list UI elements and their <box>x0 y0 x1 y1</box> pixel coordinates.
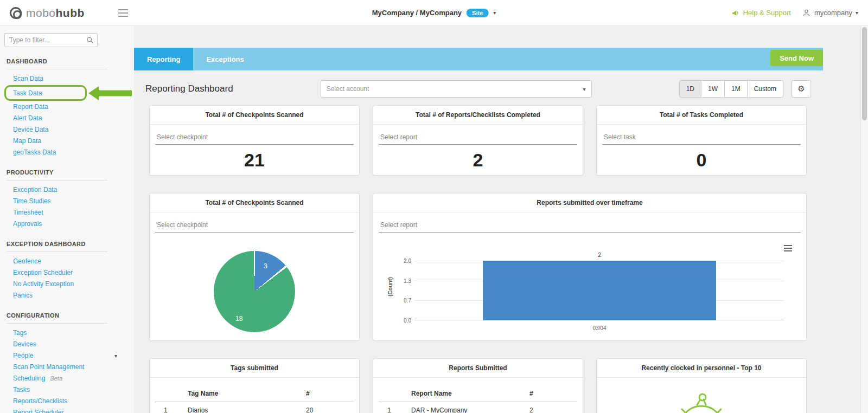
checkpoint-select-input[interactable] <box>155 129 354 145</box>
bar-chart-card: Reports submitted over timeframe (Count)… <box>373 193 807 341</box>
column-header-tag-name: Tag Name <box>186 385 304 402</box>
sidebar-item-alert-data[interactable]: Alert Data <box>0 113 134 124</box>
logo-text: mobohubb <box>26 7 85 20</box>
stat-card-reports: Total # of Reports/Checklists Completed … <box>373 105 583 176</box>
pie-slice-label: 18 <box>235 315 242 322</box>
card-title: Total # of Reports/Checklists Completed <box>373 106 583 125</box>
mobohubb-logo-icon <box>10 7 22 19</box>
sidebar-item-scheduling[interactable]: SchedulingBeta <box>0 373 134 384</box>
task-select-input[interactable] <box>602 129 801 145</box>
sidebar-item-scheduling-label: Scheduling <box>13 375 45 382</box>
scrollbar-thumb[interactable] <box>862 27 867 120</box>
user-label: mycompany <box>814 9 852 17</box>
sidebar-item-time-studies[interactable]: Time Studies <box>0 196 134 207</box>
cell-report-name: DAR - MyCompany <box>409 402 527 413</box>
card-title: Reports Submitted <box>373 359 583 378</box>
clock-illustration <box>669 390 734 413</box>
sidebar-item-device-data[interactable]: Device Data <box>0 124 134 135</box>
chevron-down-icon: ▾ <box>856 10 858 16</box>
cell-index: 1 <box>379 402 409 413</box>
sidebar-item-exception-data[interactable]: Exception Data <box>0 184 134 196</box>
tags-table: Tag Name # 1 Diarios 20 <box>155 385 354 413</box>
cell-count: 2 <box>527 402 577 413</box>
account-select[interactable]: Select account ▾ <box>321 80 592 98</box>
sidebar-item-scan-point-management[interactable]: Scan Point Management <box>0 362 134 373</box>
sidebar-item-reports-checklists[interactable]: Reports/Checklists <box>0 396 134 407</box>
sidebar-item-tasks[interactable]: Tasks <box>0 384 134 396</box>
sidebar-item-geotasks-data[interactable]: geoTasks Data <box>0 147 134 158</box>
bar-series-point[interactable]: 2 <box>483 261 716 320</box>
annotation-arrow-icon <box>88 86 132 100</box>
chevron-down-icon[interactable]: ▾ <box>114 352 117 359</box>
report-select-input[interactable] <box>379 129 577 145</box>
logo: mobohubb <box>10 7 106 20</box>
table-row[interactable]: 1 Diarios 20 <box>155 402 354 413</box>
sidebar-item-panics[interactable]: Panics <box>0 290 134 301</box>
settings-button[interactable]: ⚙ <box>792 80 811 98</box>
beta-badge: Beta <box>50 375 62 382</box>
sidebar-item-report-data[interactable]: Report Data <box>0 101 134 113</box>
y-tick-label: 0.0 <box>390 318 411 324</box>
x-tick-label: 03/04 <box>592 325 606 331</box>
y-tick-label: 1.3 <box>390 278 411 284</box>
sidebar-item-people[interactable]: People▾ <box>0 350 134 362</box>
pie-chart-card: Total # of Checkpoints Scanned 3 18 <box>149 193 360 341</box>
cell-tag-name: Diarios <box>186 402 304 413</box>
sidebar-filter <box>4 33 98 47</box>
sidebar-item-no-activity-exception[interactable]: No Activity Exception <box>0 279 134 290</box>
chart-cards-row: Total # of Checkpoints Scanned 3 18 Repo… <box>149 193 807 341</box>
chevron-down-icon[interactable]: ▾ <box>493 10 496 16</box>
user-menu[interactable]: mycompany ▾ <box>802 8 858 17</box>
page-scrollbar[interactable] <box>860 26 868 413</box>
report-select-input[interactable] <box>379 217 801 233</box>
range-1d-button[interactable]: 1D <box>679 80 701 98</box>
sidebar-section-productivity: PRODUCTIVITY <box>7 169 107 180</box>
sidebar-item-devices[interactable]: Devices <box>0 339 134 350</box>
range-1w-button[interactable]: 1W <box>701 80 725 98</box>
help-support-link[interactable]: Help & Support <box>731 9 791 17</box>
sidebar-item-scan-data[interactable]: Scan Data <box>0 73 134 85</box>
column-header-count: # <box>304 385 354 402</box>
range-buttons: 1D 1W 1M Custom <box>679 80 783 98</box>
logo-text-hubb: hubb <box>56 7 85 19</box>
chart-context-menu-icon[interactable] <box>784 248 792 249</box>
sidebar-item-people-label: People <box>13 352 33 359</box>
column-header-index <box>379 385 409 402</box>
y-tick-label: 2.0 <box>390 258 411 264</box>
help-support-label: Help & Support <box>743 9 791 17</box>
gear-icon: ⚙ <box>797 84 805 93</box>
checkpoint-select-input[interactable] <box>155 217 354 233</box>
main-content: Send Now Reporting Exceptions Reporting … <box>134 26 860 413</box>
sidebar-item-report-scheduler[interactable]: Report Scheduler <box>0 407 134 413</box>
sidebar-item-map-data[interactable]: Map Data <box>0 135 134 147</box>
sidebar-item-geofence[interactable]: Geofence <box>0 256 134 267</box>
stat-cards-row: Total # of Checkpoints Scanned 21 Total … <box>149 105 807 176</box>
header-right: Help & Support mycompany ▾ <box>731 8 858 17</box>
send-now-button[interactable]: Send Now <box>770 50 823 66</box>
sidebar-item-tags[interactable]: Tags <box>0 327 134 339</box>
range-1m-button[interactable]: 1M <box>725 80 748 98</box>
filter-input[interactable] <box>4 33 98 47</box>
card-title: Total # of Checkpoints Scanned <box>150 193 359 212</box>
company-selector[interactable]: MyCompany / MyCompany Site ▾ <box>372 9 496 17</box>
menu-toggle-icon[interactable] <box>118 12 128 14</box>
card-title: Tags submitted <box>150 359 359 378</box>
checkpoints-pie-chart[interactable]: 3 18 <box>214 251 295 332</box>
tab-exceptions[interactable]: Exceptions <box>193 48 257 70</box>
sidebar-item-task-data[interactable]: Task Data <box>13 89 42 97</box>
sidebar-item-exception-scheduler[interactable]: Exception Scheduler <box>0 267 134 279</box>
sidebar-item-timesheet[interactable]: Timesheet <box>0 207 134 218</box>
sidebar-item-approvals[interactable]: Approvals <box>0 218 134 230</box>
table-row[interactable]: 1 DAR - MyCompany 2 <box>379 402 577 413</box>
sidebar-section-exception-dashboard: EXCEPTION DASHBOARD <box>7 241 107 252</box>
account-select-placeholder: Select account <box>327 85 369 93</box>
cell-count: 20 <box>304 402 354 413</box>
stat-value: 0 <box>602 149 801 171</box>
search-icon[interactable] <box>86 36 94 44</box>
y-tick-label: 0.7 <box>390 298 411 304</box>
column-header-count: # <box>527 385 577 402</box>
sidebar-section-dashboard: DASHBOARD <box>7 58 107 69</box>
range-custom-button[interactable]: Custom <box>748 80 783 98</box>
tab-reporting[interactable]: Reporting <box>134 48 193 70</box>
card-title: Reports submitted over timeframe <box>373 193 806 212</box>
